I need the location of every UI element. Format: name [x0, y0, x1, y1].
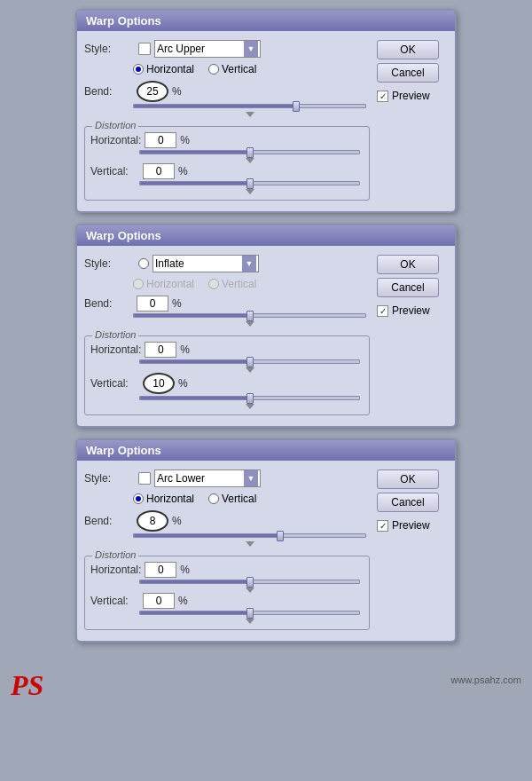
ps-logo: PS: [11, 669, 43, 702]
dialog-3-title: Warp Options: [77, 440, 455, 461]
dialog-2-title: Warp Options: [77, 225, 455, 246]
style-label-2: Style:: [84, 257, 133, 270]
v-dist-slider-1[interactable]: [139, 180, 360, 187]
dropdown-arrow-1[interactable]: ▼: [244, 41, 258, 57]
distortion-group-3: Distortion Horizontal: 0 %: [84, 556, 370, 630]
h-dist-thumb-1[interactable]: [246, 147, 254, 158]
v-dist-value-1[interactable]: 0: [143, 163, 175, 179]
orientation-group-3: Horizontal Vertical: [133, 493, 370, 505]
preview-row-2[interactable]: ✓ Preview: [377, 304, 448, 317]
cancel-button-3[interactable]: Cancel: [377, 493, 439, 512]
style-dropdown-3[interactable]: Arc Lower ▼: [154, 469, 261, 487]
vertical-radio-circle-1[interactable]: [208, 64, 219, 75]
h-dist-label-1: Horizontal:: [90, 134, 141, 146]
dialog-1: Warp Options Style: Arc Upper ▼ Horizont…: [75, 9, 457, 213]
h-dist-row-1: Horizontal: 0 %: [90, 132, 364, 163]
v-dist-row-1: Vertical: 0 %: [90, 163, 364, 194]
horizontal-radio-1[interactable]: Horizontal: [133, 63, 194, 75]
v-dist-thumb-1[interactable]: [246, 178, 254, 189]
bend-center-2: [246, 321, 254, 327]
bend-thumb-1[interactable]: [293, 101, 300, 112]
style-icon-3: [138, 472, 151, 485]
v-dist-center-1: [246, 189, 254, 194]
bend-thumb-3[interactable]: [277, 531, 284, 541]
ok-button-2[interactable]: OK: [377, 255, 439, 274]
style-dropdown-1[interactable]: Arc Upper ▼: [154, 40, 261, 58]
style-row-3: Style: Arc Lower ▼: [84, 469, 370, 487]
dialog-2-buttons: OK Cancel ✓ Preview: [377, 255, 448, 415]
v-dist-row-2: Vertical: 10 %: [90, 373, 364, 409]
v-dist-slider-2[interactable]: [139, 395, 360, 402]
vertical-radio-2: Vertical: [208, 278, 256, 290]
dialog-1-buttons: OK Cancel ✓ Preview: [377, 40, 448, 201]
preview-label-3: Preview: [392, 519, 430, 532]
preview-row-1[interactable]: ✓ Preview: [377, 90, 448, 102]
style-label-1: Style:: [84, 43, 133, 55]
distortion-label-1: Distortion: [92, 120, 138, 130]
dropdown-arrow-2[interactable]: ▼: [242, 256, 256, 272]
h-dist-value-3[interactable]: 0: [145, 562, 176, 578]
orientation-group-1: Horizontal Vertical: [133, 63, 370, 75]
bend-thumb-2[interactable]: [246, 311, 254, 321]
preview-checkbox-3[interactable]: ✓: [377, 520, 388, 532]
dropdown-arrow-3[interactable]: ▼: [244, 470, 258, 486]
bend-slider-1[interactable]: [133, 103, 366, 110]
bend-value-3[interactable]: 8: [137, 510, 168, 532]
bend-center-3: [246, 541, 254, 547]
preview-label-1: Preview: [392, 90, 430, 102]
h-dist-value-1[interactable]: 0: [145, 132, 176, 148]
horizontal-radio-circle-2: [133, 279, 144, 289]
bend-slider-2[interactable]: [133, 312, 366, 320]
style-row-1: Style: Arc Upper ▼: [84, 40, 370, 58]
dialog-2: Warp Options Style: Inflate ▼ Horizontal: [75, 224, 457, 428]
horizontal-radio-circle-1[interactable]: [133, 64, 144, 75]
v-dist-row-3: Vertical: 0 %: [90, 593, 364, 624]
style-select-1[interactable]: Arc Upper ▼: [138, 40, 261, 58]
vertical-radio-3[interactable]: Vertical: [208, 493, 256, 505]
bend-label-1: Bend:: [84, 85, 133, 98]
preview-label-2: Preview: [392, 304, 430, 317]
bend-value-1[interactable]: 25: [137, 81, 168, 102]
vertical-radio-1[interactable]: Vertical: [208, 63, 256, 75]
preview-checkbox-2[interactable]: ✓: [377, 305, 388, 317]
v-dist-value-3[interactable]: 0: [143, 593, 175, 609]
orientation-group-2: Horizontal Vertical: [133, 278, 370, 290]
v-dist-slider-3[interactable]: [139, 610, 360, 617]
v-dist-value-2[interactable]: 10: [143, 373, 175, 394]
bend-row-1: Bend: 25 %: [84, 81, 370, 117]
cancel-button-2[interactable]: Cancel: [377, 278, 439, 297]
bend-slider-3[interactable]: [133, 532, 366, 540]
ok-button-3[interactable]: OK: [377, 469, 439, 489]
preview-row-3[interactable]: ✓ Preview: [377, 519, 448, 532]
vertical-radio-circle-3[interactable]: [208, 493, 219, 504]
dialog-3: Warp Options Style: Arc Lower ▼ Horizont…: [75, 438, 457, 643]
bend-percent-1: %: [172, 85, 182, 98]
style-row-2: Style: Inflate ▼: [84, 255, 370, 272]
horizontal-radio-3[interactable]: Horizontal: [133, 493, 194, 505]
style-label-3: Style:: [84, 472, 133, 485]
distortion-label-3: Distortion: [92, 549, 138, 560]
bottom-site-watermark: www.psahz.com: [451, 674, 521, 685]
bend-value-2[interactable]: 0: [137, 296, 168, 312]
h-dist-value-2[interactable]: 0: [145, 342, 176, 358]
bend-row-3: Bend: 8 %: [84, 510, 370, 547]
cancel-button-1[interactable]: Cancel: [377, 63, 439, 83]
horizontal-radio-2: Horizontal: [133, 278, 194, 290]
style-select-3[interactable]: Arc Lower ▼: [138, 469, 261, 487]
h-dist-row-2: Horizontal: 0 %: [90, 342, 364, 373]
dialog-3-buttons: OK Cancel ✓ Preview: [377, 469, 448, 630]
bend-label-3: Bend:: [84, 515, 133, 527]
bend-label-2: Bend:: [84, 297, 133, 310]
h-dist-slider-1[interactable]: [139, 149, 360, 156]
h-dist-slider-2[interactable]: [139, 359, 360, 366]
vertical-radio-circle-2: [208, 279, 219, 289]
preview-checkbox-1[interactable]: ✓: [377, 91, 388, 102]
dialog-1-title: Warp Options: [77, 11, 455, 31]
horizontal-radio-circle-3[interactable]: [133, 493, 144, 504]
h-dist-slider-3[interactable]: [139, 579, 360, 586]
style-dropdown-2[interactable]: Inflate ▼: [153, 255, 259, 272]
h-dist-row-3: Horizontal: 0 %: [90, 562, 364, 593]
style-select-2[interactable]: Inflate ▼: [138, 255, 259, 272]
ok-button-1[interactable]: OK: [377, 40, 439, 59]
distortion-label-2: Distortion: [92, 329, 138, 340]
